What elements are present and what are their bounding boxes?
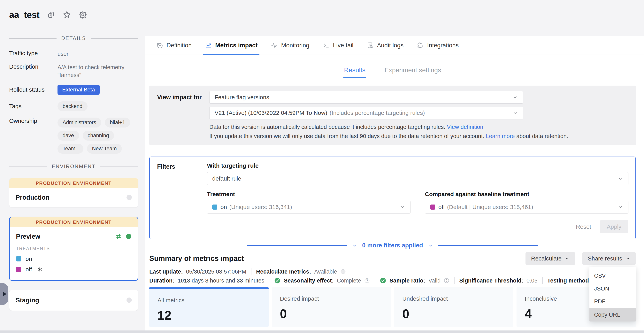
- environment-card-staging[interactable]: Staging: [9, 290, 138, 311]
- menu-item-pdf[interactable]: PDF: [590, 295, 636, 308]
- summary-title: Summary of metrics impact: [149, 254, 526, 262]
- share-results-button[interactable]: Share results: [582, 252, 636, 265]
- description-label: Description: [9, 63, 58, 79]
- environment-status-dot: [126, 234, 131, 239]
- targeting-rule-select[interactable]: default rule: [207, 172, 628, 185]
- treatment-row-on: on: [16, 256, 131, 262]
- owner-pill: New Team: [87, 144, 122, 154]
- description-value: A/A test to check telemetry "fairness": [58, 63, 138, 79]
- pulse-icon: [271, 42, 278, 49]
- recalculate-metrics-value: Available: [314, 268, 337, 275]
- environment-card-production[interactable]: PRODUCTION ENVIRONMENT Production: [9, 178, 138, 208]
- tab-integrations[interactable]: Integrations: [417, 36, 459, 54]
- ownership-label: Ownership: [9, 118, 58, 154]
- impact-scope-value: Feature flag versions: [214, 94, 269, 100]
- data-retention-note: If you update this version we will only …: [209, 133, 630, 140]
- reset-button[interactable]: Reset: [576, 224, 591, 230]
- duration-value: 1013 days 8 hours and 33 minutes: [178, 278, 264, 284]
- treatment-select[interactable]: on (Unique users: 316,341): [207, 200, 410, 214]
- horizontal-scrollbar[interactable]: [0, 330, 644, 333]
- owner-pill: channing: [83, 131, 114, 140]
- tab-definition[interactable]: Definition: [156, 36, 192, 54]
- sample-ratio-value: Valid: [428, 278, 440, 284]
- apply-button[interactable]: Apply: [600, 220, 628, 233]
- treatment-name: off: [26, 266, 32, 273]
- question-circle-icon[interactable]: ?: [364, 278, 370, 284]
- svg-text:?: ?: [366, 279, 368, 282]
- tab-audit-logs[interactable]: Audit logs: [367, 36, 404, 54]
- menu-item-csv[interactable]: CSV: [590, 269, 636, 282]
- production-environment-banner: PRODUCTION ENVIRONMENT: [9, 178, 138, 188]
- environment-card-preview[interactable]: PRODUCTION ENVIRONMENT Preview TREATMENT…: [9, 216, 138, 281]
- default-treatment-asterisk-icon: [37, 267, 42, 272]
- subtab-experiment-settings[interactable]: Experiment settings: [384, 66, 441, 78]
- environment-status-dot: [126, 195, 132, 200]
- baseline-treatment-select[interactable]: off (Default | Unique users: 315,461): [425, 200, 628, 214]
- chart-line-icon: [205, 42, 212, 49]
- metric-summary-cards: All metrics 12 Desired impact 0 Undesire…: [149, 287, 636, 327]
- baseline-value: off: [438, 204, 445, 210]
- rollout-status-badge[interactable]: External Beta: [58, 84, 100, 95]
- divider-line: [269, 277, 269, 284]
- sidebar: aa_test DETAILS Traffic type user Descri…: [0, 0, 145, 333]
- tab-live-tail[interactable]: Live tail: [322, 36, 354, 54]
- filters-panel: Filters With targeting rule default rule…: [149, 156, 636, 239]
- treatment-note: (Unique users: 316,341): [229, 204, 292, 210]
- menu-item-json[interactable]: JSON: [590, 282, 636, 295]
- target-icon: [156, 42, 163, 49]
- flag-version-note: (Includes percentage targeting rules): [330, 110, 425, 116]
- flag-title-row: aa_test: [9, 9, 138, 20]
- card-desired-impact[interactable]: Desired impact 0: [272, 287, 391, 327]
- treatment-row-off: off: [16, 266, 131, 273]
- traffic-type-label: Traffic type: [9, 50, 58, 58]
- card-undesired-impact[interactable]: Undesired impact 0: [394, 287, 514, 327]
- tab-bar: Definition Metrics impact Monitoring Liv…: [145, 36, 644, 55]
- learn-more-link[interactable]: Learn more: [486, 133, 515, 139]
- svg-text:i: i: [343, 270, 344, 273]
- treatment-swatch-off: [16, 267, 21, 272]
- gear-icon[interactable]: [79, 11, 87, 19]
- tag-pill: backend: [58, 102, 88, 111]
- divider-line: [454, 277, 454, 284]
- check-circle-icon: [274, 277, 281, 284]
- traffic-type-value: user: [58, 50, 68, 58]
- copy-icon[interactable]: [47, 11, 55, 19]
- chevron-down-icon: [618, 176, 623, 181]
- ownership-row: Ownership Administrators bilal+1 dave ch…: [9, 118, 138, 154]
- svg-text:?: ?: [446, 279, 448, 282]
- collapse-arrow-icon: [3, 292, 6, 296]
- more-filters-toggle[interactable]: 0 more filters applied: [149, 242, 636, 249]
- auto-calculated-note: Data for this version is automatically c…: [209, 124, 630, 130]
- impact-scope-select[interactable]: Feature flag versions: [209, 91, 523, 104]
- baseline-note: (Default | Unique users: 315,461): [447, 204, 533, 210]
- card-all-metrics[interactable]: All metrics 12: [149, 287, 268, 327]
- subtab-results[interactable]: Results: [344, 66, 366, 78]
- owner-pill: Administrators: [58, 118, 101, 128]
- star-icon[interactable]: [63, 11, 71, 19]
- tab-metrics-impact[interactable]: Metrics impact: [205, 36, 258, 54]
- chevron-down-icon: [512, 110, 518, 116]
- puzzle-icon: [417, 42, 424, 49]
- last-update-value: 05/30/2025 03:57:06PM: [186, 268, 246, 275]
- recalculate-metrics-label: Recalculate metrics:: [256, 268, 311, 275]
- app-root: aa_test DETAILS Traffic type user Descri…: [0, 0, 644, 333]
- owner-pill: bilal+1: [105, 118, 130, 128]
- menu-item-copy-url[interactable]: Copy URL: [590, 308, 636, 322]
- view-definition-link[interactable]: View definition: [447, 124, 483, 130]
- sidebar-collapse-handle[interactable]: [0, 283, 8, 305]
- recalculate-button[interactable]: Recalculate: [526, 252, 575, 265]
- terminal-icon: [322, 42, 330, 49]
- divider-line: [251, 268, 252, 275]
- baseline-treatment-label: Compared against baseline treatment: [425, 191, 628, 198]
- treatment-value: on: [220, 204, 227, 210]
- treatments-heading: TREATMENTS: [16, 246, 131, 251]
- treatment-swatch-off: [430, 204, 435, 210]
- chevron-down-icon: [352, 243, 357, 248]
- environment-name: Preview: [16, 233, 115, 240]
- info-circle-icon[interactable]: i: [340, 269, 346, 274]
- flag-version-select[interactable]: V21 (Active) (10/03/2022 04:59PM To Now)…: [209, 107, 523, 119]
- tab-monitoring[interactable]: Monitoring: [271, 36, 309, 54]
- sync-arrows-icon: [115, 233, 122, 240]
- significance-threshold-label: Significance Threshold:: [459, 278, 523, 284]
- question-circle-icon[interactable]: ?: [444, 278, 450, 284]
